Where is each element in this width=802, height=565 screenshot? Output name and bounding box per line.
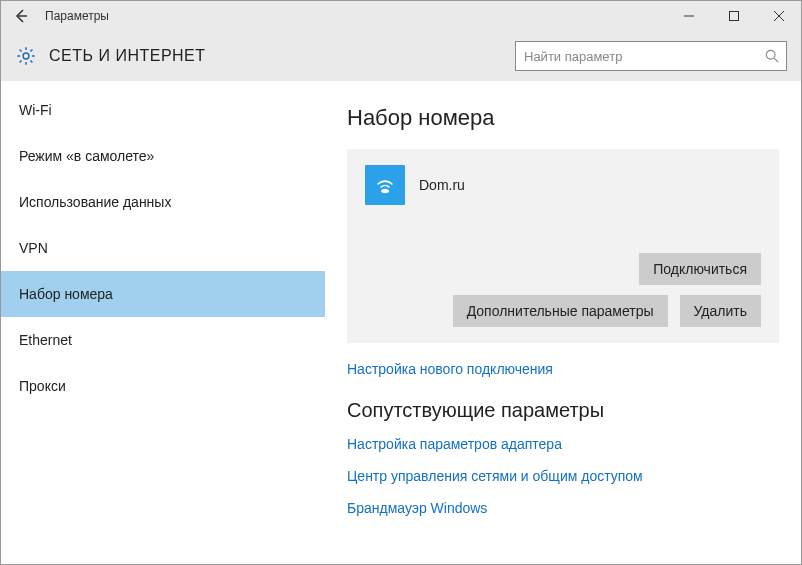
connection-row[interactable]: Dom.ru	[365, 165, 761, 205]
connection-name: Dom.ru	[419, 177, 465, 193]
sidebar-item-dialup[interactable]: Набор номера	[1, 271, 325, 317]
back-button[interactable]	[1, 1, 41, 31]
link-new-connection[interactable]: Настройка нового подключения	[347, 361, 779, 377]
maximize-icon	[729, 11, 739, 21]
close-icon	[774, 11, 784, 21]
sidebar-item-ethernet[interactable]: Ethernet	[1, 317, 325, 363]
page-title: СЕТЬ И ИНТЕРНЕТ	[49, 47, 206, 65]
sidebar-item-wifi[interactable]: Wi-Fi	[1, 87, 325, 133]
content: Набор номера Dom.ru Подключиться Дополни…	[325, 81, 801, 564]
sidebar-item-label: Прокси	[19, 378, 66, 394]
connect-button[interactable]: Подключиться	[639, 253, 761, 285]
titlebar-left: Параметры	[1, 1, 109, 31]
button-row-1: Подключиться	[365, 253, 761, 285]
sidebar-item-data-usage[interactable]: Использование данных	[1, 179, 325, 225]
sidebar-item-label: Использование данных	[19, 194, 171, 210]
body: Wi-Fi Режим «в самолете» Использование д…	[1, 81, 801, 564]
header: СЕТЬ И ИНТЕРНЕТ	[1, 31, 801, 81]
link-firewall[interactable]: Брандмауэр Windows	[347, 500, 779, 516]
maximize-button[interactable]	[711, 1, 756, 31]
window-title: Параметры	[45, 9, 109, 23]
dialup-icon	[365, 165, 405, 205]
window-controls	[666, 1, 801, 31]
sidebar-item-label: Ethernet	[19, 332, 72, 348]
minimize-button[interactable]	[666, 1, 711, 31]
search-wrap	[515, 41, 787, 71]
link-adapter-settings[interactable]: Настройка параметров адаптера	[347, 436, 779, 452]
sidebar-item-proxy[interactable]: Прокси	[1, 363, 325, 409]
gear-icon	[15, 45, 37, 67]
sidebar-item-label: VPN	[19, 240, 48, 256]
sidebar-item-airplane[interactable]: Режим «в самолете»	[1, 133, 325, 179]
search-input[interactable]	[515, 41, 787, 71]
titlebar: Параметры	[1, 1, 801, 31]
link-network-sharing[interactable]: Центр управления сетями и общим доступом	[347, 468, 779, 484]
sidebar-item-vpn[interactable]: VPN	[1, 225, 325, 271]
arrow-left-icon	[13, 8, 29, 24]
close-button[interactable]	[756, 1, 801, 31]
sidebar-item-label: Набор номера	[19, 286, 113, 302]
related-heading: Сопутствующие параметры	[347, 399, 779, 422]
content-heading: Набор номера	[347, 105, 779, 131]
settings-window: Параметры СЕТЬ И ИНТЕРНЕТ Wi	[0, 0, 802, 565]
button-row-2: Дополнительные параметры Удалить	[365, 295, 761, 327]
header-left: СЕТЬ И ИНТЕРНЕТ	[15, 45, 206, 67]
advanced-button[interactable]: Дополнительные параметры	[453, 295, 668, 327]
connection-card: Dom.ru Подключиться Дополнительные парам…	[347, 149, 779, 343]
sidebar-item-label: Режим «в самолете»	[19, 148, 154, 164]
svg-point-5	[23, 53, 29, 59]
delete-button[interactable]: Удалить	[680, 295, 761, 327]
sidebar-item-label: Wi-Fi	[19, 102, 52, 118]
sidebar: Wi-Fi Режим «в самолете» Использование д…	[1, 81, 325, 564]
minimize-icon	[684, 11, 694, 21]
svg-rect-2	[729, 12, 738, 21]
